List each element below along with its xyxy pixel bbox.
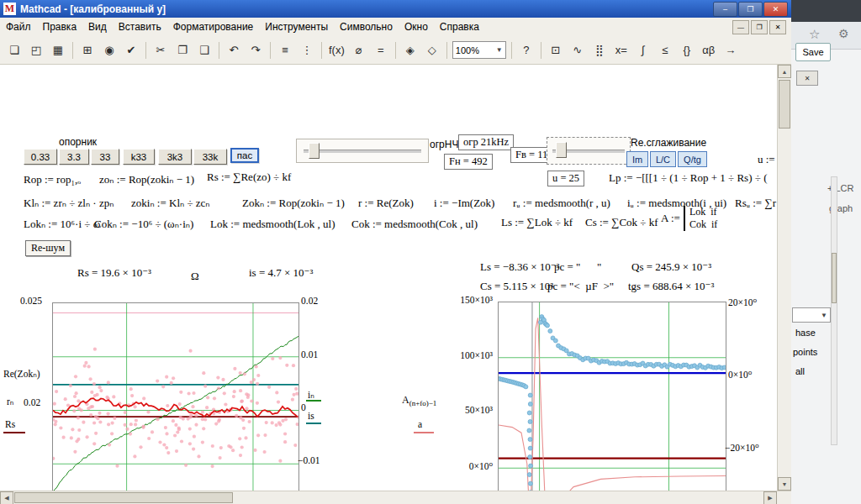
- fn-value-box[interactable]: Fн = 492: [444, 154, 493, 170]
- slider-ogrnch[interactable]: [296, 139, 429, 163]
- redo-button[interactable]: ↷: [246, 40, 266, 60]
- undo-button[interactable]: ↶: [224, 40, 244, 60]
- menu-symbolics[interactable]: Символьно: [334, 18, 399, 35]
- vertical-scrollbar-thumb[interactable]: [779, 80, 790, 129]
- expr-piecewise[interactable]: A := Lok if Cok if: [661, 206, 717, 231]
- expr-r[interactable]: r := Re(Zok): [358, 197, 414, 210]
- insert-component-button[interactable]: ◇: [422, 40, 442, 60]
- resistor-button-k33[interactable]: k33: [123, 149, 155, 165]
- expr-lp[interactable]: Lp := −[[[1 ÷ (1 ÷ Rop + 1 ÷ Rs) ÷ (: [609, 171, 777, 185]
- calculate-button[interactable]: =: [371, 40, 391, 60]
- menu-edit[interactable]: Правка: [37, 18, 83, 35]
- expr-ls[interactable]: Ls := ∑Lok ÷ kf: [501, 216, 573, 229]
- worksheet[interactable]: опорник 0.33 3.3 33 k33 3k3 33k пас огрН…: [0, 65, 777, 491]
- cut-button[interactable]: ✂: [151, 40, 171, 60]
- menu-help[interactable]: Справка: [434, 18, 485, 35]
- expr-cok-smooth[interactable]: Cok := medsmooth(Cok , ul): [351, 218, 478, 231]
- qtg-button[interactable]: Q/tg: [678, 151, 707, 167]
- horizontal-scrollbar-thumb[interactable]: [14, 492, 233, 503]
- result-cs[interactable]: Cs = 5.115 × 10³: [480, 280, 553, 293]
- menu-format[interactable]: Форматирование: [167, 18, 260, 35]
- calculus-palette-button[interactable]: ∫: [633, 40, 653, 60]
- slider-thumb[interactable]: [309, 143, 320, 159]
- result-rs[interactable]: Rs = 19.6 × 10⁻³: [77, 266, 151, 280]
- expr-cok[interactable]: Cokₙ := −10⁶ ÷ (ωₙ·iₙ): [94, 218, 193, 231]
- paste-button[interactable]: ❑: [194, 40, 214, 60]
- expr-lok[interactable]: Lokₙ := 10⁶·i ÷ ω: [24, 218, 100, 231]
- calculator-palette-button[interactable]: ⊡: [546, 40, 566, 60]
- insert-unit-button[interactable]: ⌀: [349, 40, 369, 60]
- menu-view[interactable]: Вид: [82, 18, 113, 35]
- result-pc1[interactable]: pc = " ": [554, 260, 601, 274]
- expr-cs[interactable]: Cs := ∑Cok ÷ kf: [585, 216, 658, 229]
- expr-rop[interactable]: Rop := rop₁,ₒ: [24, 173, 81, 186]
- expr-rs-sum[interactable]: Rs := ∑Re(zo) ÷ kf: [207, 171, 291, 184]
- expr-kl[interactable]: Klₙ := zrₙ ÷ zlₙ · zpₙ: [24, 197, 114, 210]
- print-preview-button[interactable]: ◉: [99, 40, 119, 60]
- evaluation-palette-button[interactable]: x=: [611, 40, 631, 60]
- resistor-button-3.3[interactable]: 3.3: [59, 149, 89, 165]
- scroll-up-button[interactable]: ▲: [778, 65, 791, 78]
- slider-thumb[interactable]: [556, 142, 567, 158]
- panel-scrollbar[interactable]: [831, 176, 837, 445]
- resistor-button-33k[interactable]: 33k: [193, 149, 227, 165]
- programming-palette-button[interactable]: {}: [677, 40, 697, 60]
- close-button[interactable]: ✕: [763, 2, 788, 17]
- expr-zo[interactable]: zoₙ := Rop(zokiₙ − 1): [99, 173, 194, 186]
- expr-zoki[interactable]: zokiₙ := Klₙ ÷ zcₙ: [131, 197, 210, 210]
- re-noise-chart[interactable]: [52, 302, 299, 491]
- open-button[interactable]: ◰: [26, 40, 46, 60]
- inductance-chart[interactable]: [498, 302, 726, 491]
- document-minimize-button[interactable]: —: [732, 20, 749, 34]
- expr-rsu[interactable]: Rsᵤ := ∑r ÷ kf: [735, 197, 777, 210]
- result-is[interactable]: is = 4.7 × 10⁻³: [249, 266, 313, 280]
- scroll-right-button[interactable]: ▶: [763, 491, 777, 504]
- save-button[interactable]: Save: [795, 43, 831, 61]
- horizontal-scrollbar[interactable]: ◀ ▶: [0, 491, 791, 504]
- symbolic-palette-button[interactable]: →: [721, 40, 741, 60]
- align-down-button[interactable]: ⋮: [297, 40, 317, 60]
- menu-window[interactable]: Окно: [399, 18, 434, 35]
- vertical-scrollbar[interactable]: ▲ ▼: [777, 65, 791, 491]
- slider-u[interactable]: [547, 137, 631, 165]
- expr-lok-smooth[interactable]: Lok := medsmooth(Lok , ul): [210, 218, 335, 231]
- menu-insert[interactable]: Вставить: [113, 18, 167, 35]
- resistor-button-33[interactable]: 33: [91, 149, 119, 165]
- greek-palette-button[interactable]: αβ: [699, 40, 719, 60]
- ogr-value-box[interactable]: огр 21kHz: [458, 134, 514, 150]
- result-pc2[interactable]: pc = "< µF >": [547, 280, 614, 293]
- document-close-button[interactable]: ✕: [769, 20, 786, 34]
- expr-i[interactable]: i := −Im(Zok): [434, 197, 494, 210]
- scroll-left-button[interactable]: ◀: [0, 491, 13, 504]
- im-button[interactable]: Im: [626, 151, 648, 167]
- u-value-box[interactable]: u = 25: [547, 171, 584, 186]
- align-across-button[interactable]: ≡: [275, 40, 295, 60]
- zoom-select[interactable]: 100%▼: [452, 41, 506, 59]
- matrix-palette-button[interactable]: ⣿: [589, 40, 610, 60]
- lc-button[interactable]: L/C: [650, 151, 676, 167]
- graph-palette-button[interactable]: ∿: [568, 40, 588, 60]
- resistor-button-pas[interactable]: пас: [230, 148, 259, 163]
- result-tgs[interactable]: tgs = 688.64 × 10⁻³: [628, 280, 714, 293]
- help-button[interactable]: ?: [516, 40, 536, 60]
- expr-fragment-u[interactable]: u :=: [758, 153, 777, 166]
- copy-button[interactable]: ❐: [172, 40, 193, 60]
- expr-ru[interactable]: rᵤ := medsmooth(r , u): [513, 197, 610, 210]
- save-button[interactable]: ▦: [48, 40, 68, 60]
- result-qs[interactable]: Qs = 245.9 × 10⁻³: [631, 260, 711, 274]
- panel-dropdown[interactable]: ▼: [792, 307, 831, 323]
- print-button[interactable]: ⊞: [77, 40, 98, 60]
- resistor-button-0.33[interactable]: 0.33: [24, 149, 57, 165]
- document-restore-button[interactable]: ❐: [751, 20, 768, 34]
- maximize-button[interactable]: ❐: [738, 2, 763, 17]
- boolean-palette-button[interactable]: ≤: [655, 40, 675, 60]
- insert-hyperlink-button[interactable]: ◈: [400, 40, 420, 60]
- settings-wrench-icon[interactable]: ⚙: [838, 27, 849, 40]
- bookmark-star-icon[interactable]: ☆: [809, 27, 820, 42]
- minimize-button[interactable]: –: [713, 2, 737, 17]
- scroll-down-button[interactable]: ▼: [778, 477, 791, 491]
- result-ls[interactable]: Ls = −8.36 × 10⁻³: [480, 260, 560, 274]
- new-button[interactable]: ❏: [4, 40, 24, 60]
- expr-zok[interactable]: Zokₙ := Rop(zokiₙ − 1): [242, 197, 345, 210]
- panel-close-button[interactable]: ✕: [796, 71, 818, 86]
